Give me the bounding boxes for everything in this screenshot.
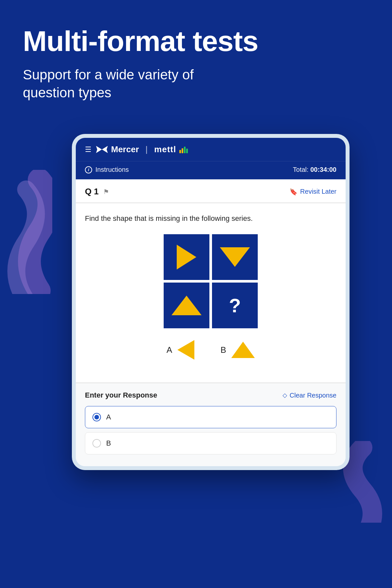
page-title: Multi-format tests <box>23 26 369 56</box>
question-left: Q 1 ⚑ <box>85 187 109 197</box>
device-frame: ☰ Mercer | mettl <box>72 134 350 470</box>
shape-grid: ? <box>85 234 336 328</box>
mettl-brand-text: mettl <box>154 144 176 155</box>
radio-circle-a <box>92 413 101 421</box>
triangle-up-icon <box>172 296 202 315</box>
instructions-bar: i Instructions Total: 00:34:00 <box>76 161 346 179</box>
bookmark-icon: 🔖 <box>289 188 298 196</box>
shape-cell-2 <box>212 234 258 280</box>
question-text: Find the shape that is missing in the fo… <box>85 213 336 224</box>
logo-divider: | <box>145 144 148 155</box>
radio-label-b: B <box>106 439 111 448</box>
radio-option-a[interactable]: A <box>85 406 336 428</box>
mettl-chart-icon <box>179 146 188 153</box>
shape-cell-4-question: ? <box>212 283 258 328</box>
flag-icon[interactable]: ⚑ <box>103 188 109 196</box>
question-mark-symbol: ? <box>229 294 241 317</box>
instructions-left[interactable]: i Instructions <box>85 166 129 173</box>
answer-options-row: A B <box>85 340 336 369</box>
answer-option-b[interactable]: B <box>220 342 255 358</box>
option-b-label: B <box>220 345 226 355</box>
timer-display: Total: 00:34:00 <box>293 166 336 173</box>
device-wrapper: ☰ Mercer | mettl <box>36 134 385 470</box>
shape-cell-1 <box>164 234 209 280</box>
app-navbar: ☰ Mercer | mettl <box>76 138 346 161</box>
clear-response-label: Clear Response <box>290 392 336 399</box>
hamburger-icon[interactable]: ☰ <box>85 145 91 154</box>
radio-label-a: A <box>106 413 111 421</box>
clear-response-button[interactable]: ◇ Clear Response <box>283 392 336 399</box>
triangle-left-small-icon <box>177 340 194 360</box>
response-title: Enter your Response <box>85 391 157 400</box>
question-header: Q 1 ⚑ 🔖 Revisit Later <box>76 179 346 203</box>
wing-right-icon <box>102 146 108 153</box>
radio-circle-b <box>92 439 101 448</box>
option-a-label: A <box>167 345 172 355</box>
revisit-later-label: Revisit Later <box>300 188 336 195</box>
header-section: Multi-format tests Support for a wide va… <box>0 0 392 115</box>
triangle-down-icon <box>220 247 250 267</box>
radio-option-b[interactable]: B <box>85 432 336 454</box>
device-screen: ☰ Mercer | mettl <box>76 138 346 466</box>
question-body: Find the shape that is missing in the fo… <box>76 203 346 383</box>
mercer-brand-text: Mercer <box>111 144 139 155</box>
clear-icon: ◇ <box>283 392 287 399</box>
answer-option-a[interactable]: A <box>167 340 194 360</box>
page-subtitle: Support for a wide variety of question t… <box>23 66 225 102</box>
logo-area: Mercer | mettl <box>96 144 336 155</box>
wings-logo <box>96 146 108 153</box>
info-icon: i <box>85 166 92 173</box>
timer-label: Total: <box>293 166 309 173</box>
response-section: Enter your Response ◇ Clear Response A <box>76 383 346 466</box>
revisit-later-button[interactable]: 🔖 Revisit Later <box>289 188 336 196</box>
shape-cell-3 <box>164 283 209 328</box>
question-number: Q 1 <box>85 187 99 197</box>
triangle-right-icon <box>177 245 196 270</box>
response-header: Enter your Response ◇ Clear Response <box>85 391 336 400</box>
instructions-label: Instructions <box>95 166 129 173</box>
triangle-up-small-icon <box>231 342 255 358</box>
wing-left-icon <box>96 146 102 153</box>
timer-value: 00:34:00 <box>310 166 336 173</box>
radio-inner-a <box>94 415 99 419</box>
